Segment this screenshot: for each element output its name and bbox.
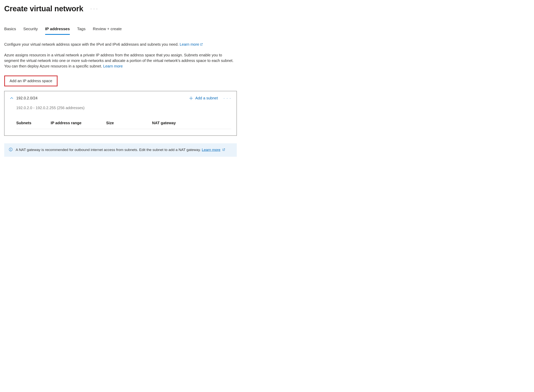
info-text: A NAT gateway is recommended for outboun… bbox=[16, 148, 202, 152]
intro-text-2: Azure assigns resources in a virtual net… bbox=[4, 52, 234, 69]
intro-text-1: Configure your virtual network address s… bbox=[4, 42, 234, 47]
tab-tags[interactable]: Tags bbox=[77, 25, 85, 35]
page-title: Create virtual network bbox=[4, 3, 83, 14]
address-space-card: 192.0.2.0/24 Add a subnet · · · 192.0.2.… bbox=[4, 91, 237, 136]
tabs: Basics Security IP addresses Tags Review… bbox=[4, 25, 237, 35]
intro-line1: Configure your virtual network address s… bbox=[4, 42, 180, 47]
learn-more-link-nat[interactable]: Learn more bbox=[202, 148, 220, 152]
tab-security[interactable]: Security bbox=[23, 25, 38, 35]
address-space-range: 192.0.2.0 - 192.0.2.255 (256 addresses) bbox=[16, 105, 231, 111]
tab-review-create[interactable]: Review + create bbox=[93, 25, 122, 35]
external-link-icon bbox=[222, 147, 225, 153]
tab-ip-addresses[interactable]: IP addresses bbox=[45, 25, 70, 35]
nat-info-banner: A NAT gateway is recommended for outboun… bbox=[4, 143, 237, 157]
svg-rect-2 bbox=[10, 149, 11, 150]
col-subnets: Subnets bbox=[16, 120, 51, 126]
learn-more-link-subnets[interactable]: Learn more bbox=[103, 64, 123, 68]
add-subnet-button[interactable]: Add a subnet bbox=[189, 95, 218, 101]
address-space-more-icon[interactable]: · · · bbox=[224, 96, 231, 101]
address-space-cidr: 192.0.2.0/24 bbox=[16, 95, 38, 101]
col-ip-range: IP address range bbox=[51, 120, 106, 126]
info-icon bbox=[9, 148, 13, 153]
col-size: Size bbox=[106, 120, 152, 126]
tab-basics[interactable]: Basics bbox=[4, 25, 16, 35]
plus-icon bbox=[189, 96, 193, 100]
add-subnet-label: Add a subnet bbox=[195, 95, 218, 101]
svg-point-1 bbox=[10, 149, 11, 149]
learn-more-label: Learn more bbox=[180, 42, 199, 47]
col-nat-gateway: NAT gateway bbox=[152, 120, 231, 126]
subnet-table-body bbox=[16, 129, 231, 135]
add-ip-address-space-button[interactable]: Add an IP address space bbox=[4, 75, 57, 86]
external-link-icon bbox=[200, 42, 203, 47]
chevron-up-icon[interactable] bbox=[10, 97, 14, 99]
more-actions-icon[interactable]: · · · bbox=[90, 5, 99, 12]
learn-more-link-addresses[interactable]: Learn more bbox=[180, 42, 203, 47]
subnet-table: Subnets IP address range Size NAT gatewa… bbox=[16, 117, 231, 135]
